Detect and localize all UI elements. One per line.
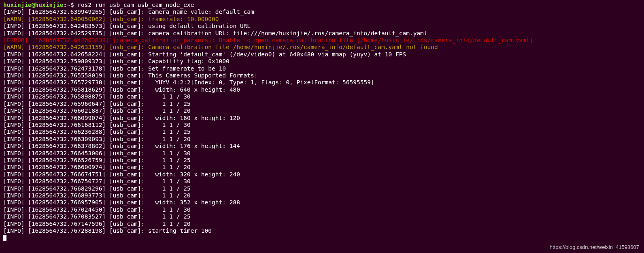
log-line: [INFO] [1628564732.766453006] [usb_cam]:…	[3, 150, 191, 157]
log-line: [INFO] [1628564732.766829296] [usb_cam]:…	[3, 185, 191, 192]
log-line: [INFO] [1628564732.766378802] [usb_cam]:…	[3, 143, 240, 149]
log-line: [WARN] [1628564732.642633159] [usb_cam]:…	[3, 44, 438, 50]
log-line: [INFO] [1628564732.765898875] [usb_cam]:…	[3, 93, 191, 100]
log-line: [INFO] [1628564732.767024450] [usb_cam]:…	[3, 206, 191, 213]
log-line: [INFO] [1628564732.767147596] [usb_cam]:…	[3, 221, 191, 227]
log-line: [ERROR] [1628564732.642603839] [camera_c…	[3, 37, 533, 43]
log-line: [INFO] [1628564732.766750727] [usb_cam]:…	[3, 178, 191, 184]
log-line: [INFO] [1628564732.767288198] [usb_cam]:…	[3, 227, 212, 234]
log-line: [INFO] [1628564732.766674751] [usb_cam]:…	[3, 171, 240, 178]
cursor	[3, 235, 6, 241]
log-line: [INFO] [1628564732.766526759] [usb_cam]:…	[3, 157, 191, 163]
terminal[interactable]: huxinjie@huxinjie:~$ ros2 run usb_cam us…	[0, 0, 644, 243]
log-line: [INFO] [1628564732.765729738] [usb_cam]:…	[3, 79, 374, 86]
log-line: [INFO] [1628564732.642529735] [usb_cam]:…	[3, 30, 427, 36]
log-line: [INFO] [1628564732.639949265] [usb_cam]:…	[3, 9, 254, 15]
log-line: [INFO] [1628564732.765558019] [usb_cam]:…	[3, 72, 258, 79]
prompt-at: @	[32, 2, 35, 8]
log-line: [WARN] [1628564732.640050062] [usb_cam]:…	[3, 16, 219, 22]
log-line: [INFO] [1628564732.766236288] [usb_cam]:…	[3, 129, 191, 135]
prompt-dollar: $	[70, 2, 74, 8]
log-line: [INFO] [1628564732.766099074] [usb_cam]:…	[3, 115, 240, 121]
log-line: [INFO] [1628564732.766168112] [usb_cam]:…	[3, 122, 191, 128]
prompt-host: huxinjie	[35, 2, 64, 8]
command-text: ros2 run usb_cam usb_cam_node_exe	[77, 2, 194, 8]
watermark: https://blog.csdn.net/weixin_41598607	[550, 244, 639, 251]
log-line: [INFO] [1628564732.762473178] [usb_cam]:…	[3, 65, 226, 72]
log-line: [INFO] [1628564732.766309093] [usb_cam]:…	[3, 136, 191, 142]
prompt-path: ~	[67, 2, 70, 8]
log-line: [INFO] [1628564732.766021887] [usb_cam]:…	[3, 107, 191, 114]
log-line: [INFO] [1628564732.759809373] [usb_cam]:…	[3, 58, 230, 64]
log-line: [INFO] [1628564732.642658224] [usb_cam]:…	[3, 51, 406, 58]
prompt-colon: :	[63, 2, 67, 8]
log-line: [INFO] [1628564732.642483573] [usb_cam]:…	[3, 23, 251, 29]
log-line: [INFO] [1628564732.767083527] [usb_cam]:…	[3, 213, 191, 220]
log-line: [INFO] [1628564732.765818629] [usb_cam]:…	[3, 86, 240, 93]
prompt-user: huxinjie	[3, 2, 32, 8]
log-line: [INFO] [1628564732.766893773] [usb_cam]:…	[3, 192, 191, 199]
prompt: huxinjie@huxinjie:~$	[3, 2, 74, 8]
log-line: [INFO] [1628564732.765960647] [usb_cam]:…	[3, 101, 191, 107]
log-line: [INFO] [1628564732.766600974] [usb_cam]:…	[3, 164, 191, 170]
log-line: [INFO] [1628564732.766957905] [usb_cam]:…	[3, 199, 240, 206]
